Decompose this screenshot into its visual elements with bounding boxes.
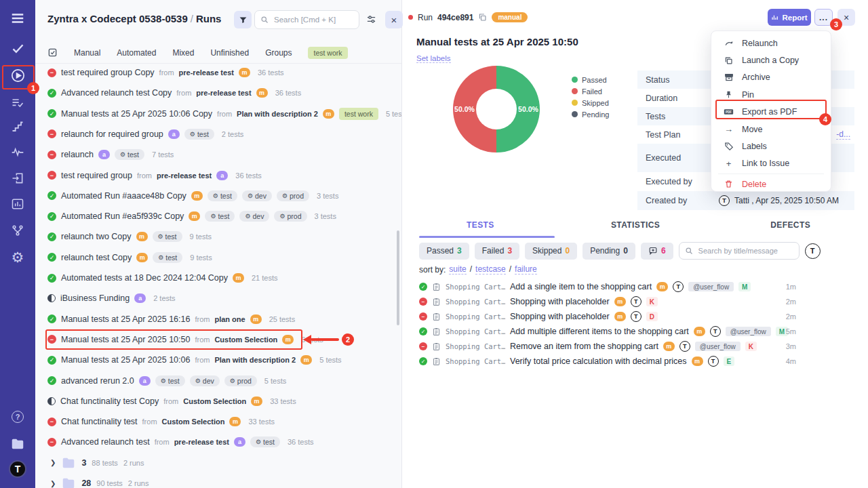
test-title[interactable]: Remove an item from the shopping cart — [510, 342, 658, 351]
run-list-item[interactable]: ✓Manual tests at 25 Apr 2025 16:16frompl… — [35, 309, 401, 329]
sidebar-item-menu[interactable] — [0, 9, 35, 28]
run-list-item[interactable]: ✓Manual tests at 25 Apr 2025 10:06 Copyf… — [35, 104, 401, 124]
run-list-item[interactable]: ✓Automated tests at 18 Dec 2024 12:04 Co… — [35, 268, 401, 288]
chip-comments[interactable]: 6 — [641, 243, 673, 260]
filter-tab-unfinished[interactable]: Unfinished — [210, 48, 249, 58]
runs-search-input[interactable] — [273, 15, 353, 24]
sidebar-item-gear[interactable]: ⚙ — [0, 247, 35, 266]
run-list-item[interactable]: −Chat functinality testfromCustom Select… — [35, 411, 401, 432]
test-result-row[interactable]: ✓Shopping Cart…Verify total price calcul… — [419, 354, 853, 369]
run-list-item[interactable]: iBusiness Fundinga2 tests — [35, 288, 401, 308]
menu-item-export-as-pdf[interactable]: PDFExport as PDF — [711, 104, 831, 121]
run-folder-row[interactable]: ❯2890 tests2 runs — [35, 473, 401, 488]
sidebar-item-sign-in[interactable] — [0, 169, 35, 188]
run-list-item[interactable]: −Manual tests at 25 Apr 2025 10:50fromCu… — [35, 329, 401, 350]
tests-search-input[interactable] — [697, 246, 793, 256]
run-tests-count: 36 tests — [288, 438, 314, 446]
chip-failed[interactable]: Failed3 — [475, 243, 519, 260]
test-result-row[interactable]: −Shopping Cart…Remove an item from the s… — [419, 339, 853, 354]
sort-option-failure[interactable]: failure — [515, 264, 537, 274]
menu-item-launch-a-copy[interactable]: Launch a Copy — [711, 52, 831, 68]
sidebar-item-branch[interactable] — [0, 221, 35, 240]
env-chip: ⚙test — [115, 149, 144, 160]
sidebar-item-list-check[interactable] — [0, 94, 35, 113]
clipboard-icon — [432, 357, 441, 366]
run-plan-name: pre-release test — [196, 89, 251, 97]
run-tests-count: 5 tests — [386, 110, 401, 118]
more-actions-button[interactable]: ... — [814, 9, 833, 26]
run-list-item[interactable]: −relaunch for required groupa⚙test2 test… — [35, 124, 401, 144]
run-list-item[interactable]: ✓relaunch test Copym⚙test9 tests — [35, 247, 401, 268]
filter-label-chip[interactable]: test work — [308, 47, 347, 59]
run-list-item[interactable]: −test required group Copyfrompre-release… — [35, 62, 401, 83]
test-plan-link[interactable]: -d... — [836, 129, 850, 140]
run-list-item[interactable]: Chat functinality test CopyfromCustom Se… — [35, 391, 401, 411]
test-result-row[interactable]: ✓Shopping Cart…Add a single item to the … — [419, 279, 853, 294]
sidebar-item-play-circle[interactable] — [0, 66, 35, 85]
test-title[interactable]: Add multiple different items to the shop… — [510, 327, 689, 336]
run-list-item[interactable]: ✓Automated Run #ea5f939c Copym⚙test⚙dev⚙… — [35, 206, 401, 226]
run-list-item[interactable]: ✓advanced rerun 2.0a⚙test⚙dev⚙prod5 test… — [35, 371, 401, 391]
run-list-item[interactable]: ✓relaunch two Copym⚙test9 tests — [35, 226, 401, 247]
report-button-label: Report — [782, 14, 807, 22]
test-result-row[interactable]: −Shopping Cart…Shopping with placeholder… — [419, 309, 853, 324]
close-detail-button[interactable]: × — [837, 9, 855, 26]
filter-tab-automated[interactable]: Automated — [117, 48, 156, 58]
sort-option-testcase[interactable]: testcase — [475, 264, 506, 274]
test-result-row[interactable]: −Shopping Cart…Shopping with placeholder… — [419, 294, 853, 309]
select-all-icon[interactable] — [47, 47, 58, 58]
chip-skipped[interactable]: Skipped0 — [525, 243, 577, 260]
chip-pending[interactable]: Pending0 — [583, 243, 635, 260]
sliders-icon[interactable] — [366, 14, 376, 24]
menu-item-pin[interactable]: Pin — [711, 86, 831, 103]
test-title[interactable]: Shopping with placeholder — [510, 312, 610, 321]
report-button[interactable]: Report — [768, 9, 811, 26]
tests-search[interactable] — [679, 242, 800, 260]
chip-count: 3 — [457, 246, 462, 256]
search-icon — [685, 247, 693, 255]
run-list-item[interactable]: −relauncha⚙test7 tests — [35, 144, 401, 165]
run-list-item[interactable]: ✓Advanced relaunch test Copyfrompre-rele… — [35, 83, 401, 103]
tab-tests[interactable]: TESTS — [403, 220, 558, 237]
test-result-row[interactable]: ✓Shopping Cart…Add multiple different it… — [419, 324, 853, 339]
sidebar-item-bar-chart[interactable] — [0, 195, 35, 214]
run-mode-badge: m — [136, 253, 148, 262]
test-title[interactable]: Add a single item to the shopping cart — [510, 282, 652, 291]
menu-item-relaunch[interactable]: Relaunch — [711, 35, 831, 52]
run-list-item[interactable]: −Advanced relaunch testfrompre-release t… — [35, 432, 401, 452]
run-list-item[interactable]: −test required groupfrompre-release test… — [35, 165, 401, 186]
reporter-avatar[interactable]: T — [805, 243, 821, 259]
run-list-item[interactable]: ✓Manual tests at 25 Apr 2025 10:06fromPl… — [35, 350, 401, 370]
filter-tab-groups[interactable]: Groups — [265, 48, 292, 58]
copy-id-icon[interactable] — [478, 13, 487, 22]
menu-item-labels[interactable]: Labels — [711, 138, 831, 155]
filter-tab-manual[interactable]: Manual — [74, 48, 100, 58]
sidebar-item-user-avatar[interactable]: T — [0, 460, 35, 479]
scrollbar-thumb[interactable] — [397, 230, 399, 325]
menu-item-link-to-issue[interactable]: +Link to Issue — [711, 155, 831, 172]
test-title[interactable]: Verify total price calculation with deci… — [510, 357, 687, 366]
chip-passed[interactable]: Passed3 — [419, 243, 469, 260]
sidebar-item-folder[interactable] — [0, 434, 35, 453]
run-list-item[interactable]: ✓Automated Run #aaace48b Copym⚙test⚙dev⚙… — [35, 186, 401, 206]
sidebar-item-check[interactable] — [0, 39, 35, 58]
tab-defects[interactable]: DEFECTS — [713, 220, 868, 237]
filter-button[interactable] — [234, 11, 252, 28]
menu-item-delete[interactable]: Delete — [711, 176, 831, 192]
assignee-avatar: T — [708, 356, 719, 367]
sort-option-suite[interactable]: suite — [449, 264, 466, 274]
sidebar-item-help[interactable]: ? — [0, 407, 35, 426]
sidebar-item-pulse[interactable] — [0, 142, 35, 161]
set-labels-link[interactable]: Set labels — [416, 54, 451, 63]
sidebar-item-steps[interactable] — [0, 118, 35, 137]
chevron-right-icon[interactable]: ❯ — [50, 459, 56, 466]
menu-item-archive[interactable]: Archive — [711, 69, 831, 86]
filter-tab-mixed[interactable]: Mixed — [172, 48, 194, 58]
run-folder-row[interactable]: ❯388 tests2 runs — [35, 453, 401, 473]
runs-search[interactable] — [254, 10, 359, 29]
tab-statistics[interactable]: STATISTICS — [558, 220, 713, 237]
close-runs-panel-button[interactable]: × — [385, 11, 403, 28]
menu-item-move[interactable]: →Move — [711, 121, 831, 138]
chevron-right-icon[interactable]: ❯ — [50, 480, 56, 487]
test-title[interactable]: Shopping with placeholder — [510, 297, 610, 306]
